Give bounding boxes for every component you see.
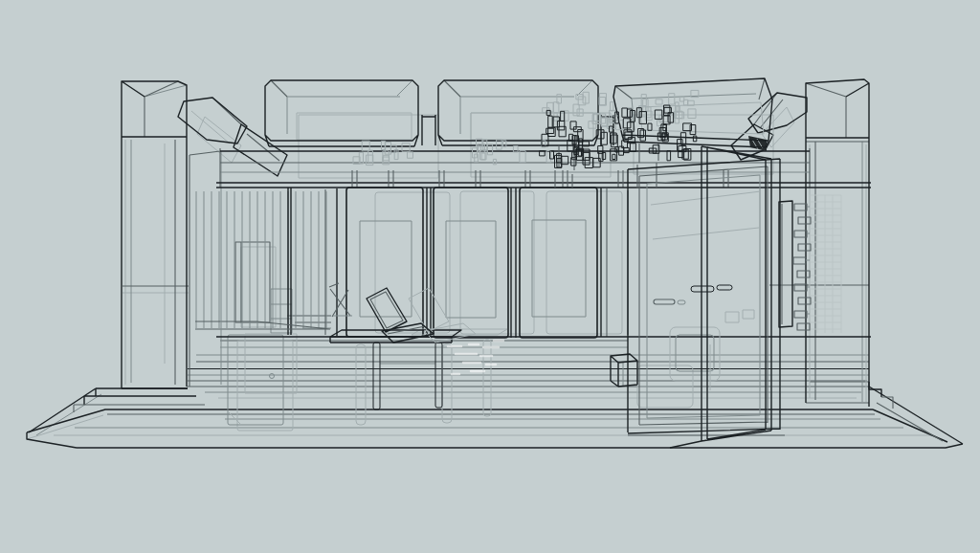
wireframe-render-canvas (0, 0, 980, 553)
